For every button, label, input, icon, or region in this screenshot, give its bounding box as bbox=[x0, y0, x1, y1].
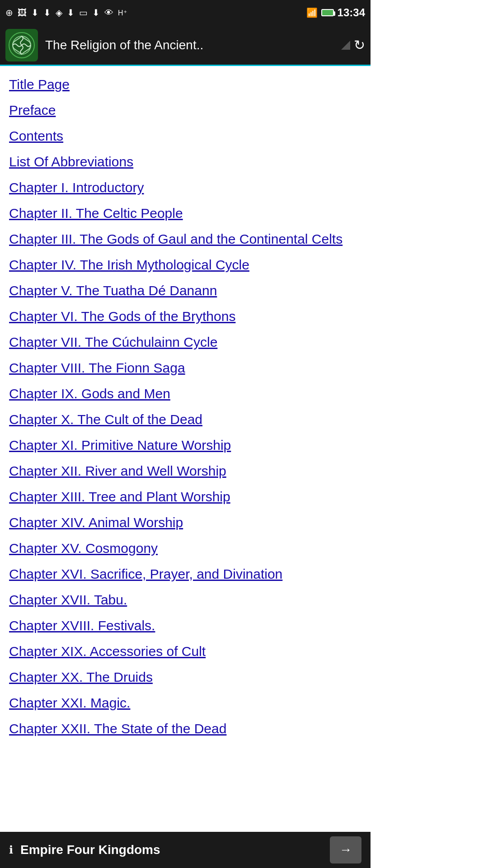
toc-link-chapter-iii[interactable]: Chapter III. The Gods of Gaul and the Co… bbox=[9, 226, 361, 252]
download-icon-3: ⬇ bbox=[67, 7, 75, 18]
eye-icon: 👁 bbox=[104, 8, 113, 18]
toc-link-list-of-abbreviations[interactable]: List Of Abbreviations bbox=[9, 149, 361, 175]
download-icon-1: ⬇ bbox=[31, 7, 39, 18]
toc-link-contents[interactable]: Contents bbox=[9, 123, 361, 149]
toc-link-chapter-xxi[interactable]: Chapter XXI. Magic. bbox=[9, 690, 361, 716]
battery-icon bbox=[321, 9, 334, 16]
app-icon bbox=[5, 29, 38, 61]
bottom-left: ℹ Empire Four Kingdoms bbox=[9, 843, 160, 857]
bottom-bar: ℹ Empire Four Kingdoms → bbox=[0, 832, 371, 868]
bottom-bar-title: Empire Four Kingdoms bbox=[20, 843, 160, 857]
toc-link-chapter-iv[interactable]: Chapter IV. The Irish Mythological Cycle bbox=[9, 252, 361, 278]
toc-link-chapter-viii[interactable]: Chapter VIII. The Fionn Saga bbox=[9, 355, 361, 381]
toc-link-chapter-ix[interactable]: Chapter IX. Gods and Men bbox=[9, 381, 361, 406]
app-header: The Religion of the Ancient.. ↻ bbox=[0, 25, 371, 66]
refresh-button[interactable]: ↻ bbox=[354, 37, 365, 53]
toc-link-chapter-vii[interactable]: Chapter VII. The Cúchulainn Cycle bbox=[9, 329, 361, 355]
next-button[interactable]: → bbox=[330, 836, 361, 863]
add-icon: ⊕ bbox=[5, 7, 13, 18]
toc-link-chapter-xxii[interactable]: Chapter XXII. The State of the Dead bbox=[9, 716, 361, 741]
info-icon: ℹ bbox=[9, 844, 13, 856]
status-icons-left: ⊕ 🖼 ⬇ ⬇ ◈ ⬇ ▭ ⬇ 👁 H⁺ bbox=[5, 7, 127, 18]
toc-link-chapter-ii[interactable]: Chapter II. The Celtic People bbox=[9, 200, 361, 226]
signal-icon: 📶 bbox=[306, 7, 318, 18]
toc-link-chapter-xiii[interactable]: Chapter XIII. Tree and Plant Worship bbox=[9, 484, 361, 509]
toc-link-chapter-xx[interactable]: Chapter XX. The Druids bbox=[9, 664, 361, 690]
download-icon-4: ⬇ bbox=[92, 7, 100, 18]
status-bar: ⊕ 🖼 ⬇ ⬇ ◈ ⬇ ▭ ⬇ 👁 H⁺ 📶 13:34 bbox=[0, 0, 371, 25]
hplus-icon: H⁺ bbox=[118, 9, 127, 17]
toc-link-chapter-vi[interactable]: Chapter VI. The Gods of the Brythons bbox=[9, 303, 361, 329]
clock: 13:34 bbox=[338, 6, 365, 19]
image-icon: 🖼 bbox=[18, 8, 27, 18]
status-icons-right: 📶 13:34 bbox=[306, 6, 365, 19]
toc-link-chapter-v[interactable]: Chapter V. The Tuatha Dé Danann bbox=[9, 278, 361, 303]
toc-link-chapter-xviii[interactable]: Chapter XVIII. Festivals. bbox=[9, 613, 361, 638]
toc-link-chapter-xvii[interactable]: Chapter XVII. Tabu. bbox=[9, 587, 361, 613]
toc-link-chapter-xix[interactable]: Chapter XIX. Accessories of Cult bbox=[9, 638, 361, 664]
toc-link-chapter-i[interactable]: Chapter I. Introductory bbox=[9, 175, 361, 200]
signal-corner-icon bbox=[341, 41, 350, 50]
download-icon-2: ⬇ bbox=[43, 7, 51, 18]
toc-link-title-page[interactable]: Title Page bbox=[9, 71, 361, 97]
toc-link-chapter-xiv[interactable]: Chapter XIV. Animal Worship bbox=[9, 509, 361, 535]
toc-content: Title PagePrefaceContentsList Of Abbrevi… bbox=[0, 66, 371, 832]
header-corner: ↻ bbox=[341, 37, 365, 53]
toc-link-chapter-xvi[interactable]: Chapter XVI. Sacrifice, Prayer, and Divi… bbox=[9, 561, 361, 587]
toc-link-chapter-xv[interactable]: Chapter XV. Cosmogony bbox=[9, 535, 361, 561]
toc-link-preface[interactable]: Preface bbox=[9, 97, 361, 123]
app-title: The Religion of the Ancient.. bbox=[45, 38, 334, 52]
toc-link-chapter-xii[interactable]: Chapter XII. River and Well Worship bbox=[9, 458, 361, 484]
toc-link-chapter-x[interactable]: Chapter X. The Cult of the Dead bbox=[9, 406, 361, 432]
toc-link-chapter-xi[interactable]: Chapter XI. Primitive Nature Worship bbox=[9, 432, 361, 458]
tablet-icon: ▭ bbox=[79, 7, 88, 18]
dropbox-icon: ◈ bbox=[56, 7, 62, 18]
